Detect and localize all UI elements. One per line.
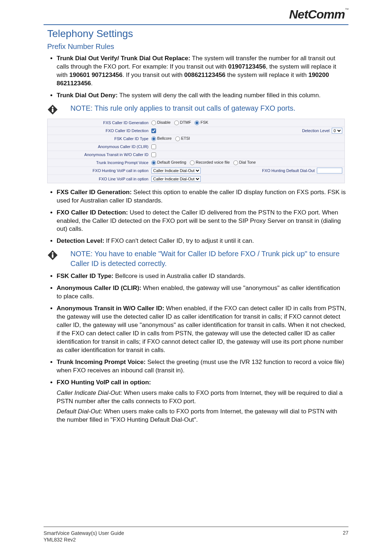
field-label: Detection Level [302,128,330,133]
fxo-hunting-default-input[interactable] [317,168,342,173]
term: 01907123456 [228,63,266,70]
bullet-item: FXO Caller ID Detection: Used to detect … [57,209,347,234]
brand-logo: NetComm™ [44,7,348,22]
field-label: FXO Hunting Default Dial-Out [262,168,315,173]
sublist: Caller Indicate Dial-Out: When users mak… [57,389,347,425]
desc: If FXO can't detect Caller ID, try to ad… [104,237,254,244]
term: FXS Caller ID Generation: [57,189,132,196]
subsection-title: Prefix Number Rules [47,42,348,51]
radio-dtmf[interactable]: DTMF [174,120,191,125]
fxo-hunting-select[interactable]: Caller Indicate Dial-Out [151,168,201,173]
desc: . If you transit out with [123,71,184,78]
bullet-item: Trunk Dial Out Verify/ Trunk Dial Out Re… [57,54,347,88]
subterm: Caller Indicate Dial-Out: [57,389,122,396]
trademark: ™ [345,7,348,12]
row-fxs-caller-id-generation: FXS Caller ID Generation Disable DTMF FS… [48,119,344,127]
field-label: Anonymous Caller ID (CLIR) [50,144,151,149]
bullet-list-mid: FXS Caller ID Generation: Select this op… [57,188,347,246]
bullet-item: Anonymous Transit in W/O Caller ID: When… [57,304,347,355]
radio-bellcore[interactable]: Bellcore [151,136,172,141]
option-label: Disable [157,120,171,124]
bullet-item: Detection Level: If FXO can't detect Cal… [57,237,347,245]
radio-etsi[interactable]: ETSI [175,136,190,141]
brand-text: NetComm [289,7,345,21]
term: Anonymous Caller ID (CLIR): [57,285,141,291]
option-label: FSK [200,120,208,124]
term: 008621123456 [184,71,225,78]
bullet-item: Anonymous Caller ID (CLIR): When enabled… [57,284,347,301]
term: Trunk Incoming Prompt Voice: [57,359,146,365]
desc: the system will replace it with [225,71,309,78]
desc: Bellcore is used in Australia caller ID … [114,273,246,279]
bullet-item: FSK Caller ID Type: Bellcore is used in … [57,272,347,281]
bullet-list-top: Trunk Dial Out Verify/ Trunk Dial Out Re… [57,54,347,100]
field-label: FXO Line VoIP call in option [50,177,151,181]
term: Trunk Dial Out Deny: [57,92,118,99]
row-anonymous-clir: Anonymous Caller ID (CLIR) [48,143,344,151]
term: FXO Caller ID Detection: [57,209,128,216]
row-fsk-caller-id-type: FSK Caller ID Type Bellcore ETSI [48,135,344,143]
note-callout: NOTE: You have to enable "Wait for Calle… [47,249,345,269]
field-label: Trunk Incoming Prompt Voice [50,160,151,165]
term: 190601 907123456 [69,71,123,78]
bullet-item: Trunk Incoming Prompt Voice: Select the … [57,358,347,375]
svg-point-1 [52,106,54,108]
radio-dial-tone[interactable]: Dial Tone [233,160,256,165]
row-fxo-hunting-voip: FXO Hunting VoIP call in option Caller I… [48,167,344,175]
header-rule [44,24,348,25]
desc: When enabled, if the FXO can detect call… [57,305,346,353]
settings-panel: FXS Caller ID Generation Disable DTMF FS… [47,119,345,183]
option-label: Recorded voice file [196,160,230,164]
svg-rect-5 [52,254,54,258]
bullet-list-bottom: FSK Caller ID Type: Bellcore is used in … [57,272,347,424]
option-label: ETSI [181,136,190,140]
fxo-line-select[interactable]: Caller Indicate Dial-Out [151,176,201,182]
radio-recorded-file[interactable]: Recorded voice file [190,160,230,165]
checkbox-clir[interactable] [151,144,156,149]
row-fxo-caller-id-detection: FXO Caller ID Detection Detection Level … [48,127,344,135]
term: FXO Hunting VoIP call in option: [57,379,151,386]
subterm: Default Dial-Out: [57,408,102,415]
term: FSK Caller ID Type: [57,273,114,279]
radio-disable[interactable]: Disable [151,120,171,125]
field-label: FSK Caller ID Type [50,136,151,141]
bullet-item: Trunk Dial Out Deny: The system will den… [57,91,347,100]
checkbox-fxo-detection[interactable] [151,128,156,133]
footer-guide-title: SmartVoice Gateway(s) User Guide [44,530,124,536]
page-footer: SmartVoice Gateway(s) User Guide YML832 … [44,527,348,543]
footer-revision: YML832 Rev2 [44,536,124,543]
row-trunk-prompt-voice: Trunk Incoming Prompt Voice Default Gree… [48,159,344,167]
field-label: FXO Hunting VoIP call in option [50,168,151,173]
alert-icon [47,104,58,115]
svg-rect-2 [52,109,54,113]
note-callout: NOTE: This rule only applies to transit … [47,103,345,115]
term: Trunk Dial Out Verify/ Trunk Dial Out Re… [57,55,190,62]
field-label: FXS Caller ID Generation [50,120,151,125]
radio-fsk[interactable]: FSK [195,120,208,125]
row-fxo-line-voip: FXO Line VoIP call in option Caller Indi… [48,175,344,183]
note-text: NOTE: You have to enable "Wait for Calle… [70,249,345,269]
note-text: NOTE: This rule only applies to transit … [70,103,345,113]
bullet-item: FXS Caller ID Generation: Select this op… [57,188,347,205]
bullet-item: FXO Hunting VoIP call in option: Caller … [57,379,347,425]
field-label: Anonymous Transit in W/O Caller ID [50,152,151,157]
term: Anonymous Transit in W/O Caller ID: [57,305,164,312]
term: Detection Level: [57,237,104,244]
detection-level-select[interactable]: 0 [332,128,342,134]
row-anonymous-transit: Anonymous Transit in W/O Caller ID [48,151,344,159]
option-label: Default Greeting [157,160,186,164]
svg-point-4 [52,252,54,254]
option-label: Dial Tone [239,160,256,164]
checkbox-anon-transit[interactable] [151,152,156,157]
field-label: FXO Caller ID Detection [50,128,151,133]
page-title: Telephony Settings [47,28,348,40]
desc: The system will deny the call with the l… [118,92,320,99]
page-number: 27 [343,530,348,543]
desc: . [91,80,93,87]
alert-icon [47,250,58,261]
option-label: DTMF [180,120,191,124]
radio-default-greeting[interactable]: Default Greeting [151,160,186,165]
option-label: Bellcore [157,136,172,140]
